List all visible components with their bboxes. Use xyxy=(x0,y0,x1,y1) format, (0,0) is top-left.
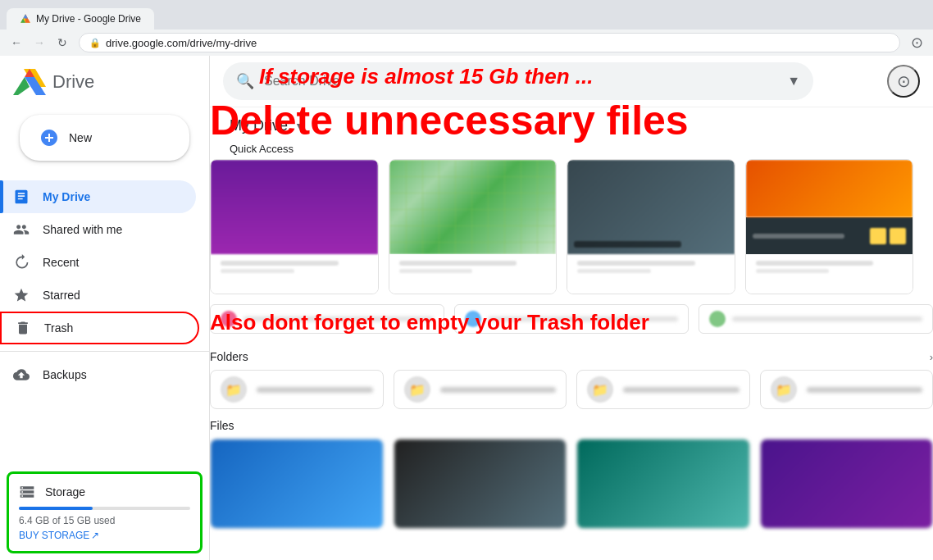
folders-section: Folders › 📁 📁 📁 📁 xyxy=(210,347,933,416)
search-bar[interactable]: 🔍 ▼ xyxy=(223,62,813,100)
nav-item-wrapper-my-drive: My Drive xyxy=(0,180,209,213)
qa-card-2[interactable] xyxy=(389,159,558,294)
more-button[interactable]: › xyxy=(930,351,933,363)
back-button[interactable]: ← xyxy=(7,33,26,52)
account-button[interactable]: ⊙ xyxy=(907,33,926,52)
qa-preview-3 xyxy=(567,160,735,254)
folder-item-4[interactable]: 📁 xyxy=(760,370,934,409)
recent-item-3[interactable] xyxy=(699,304,933,334)
storage-bar-bg xyxy=(19,507,190,510)
search-dropdown-arrow[interactable]: ▼ xyxy=(787,74,800,89)
sidebar-item-trash[interactable]: Trash xyxy=(0,312,199,344)
title-dropdown-arrow[interactable]: ▼ xyxy=(294,120,306,133)
qa-footer-2 xyxy=(389,254,557,294)
backups-label: Backups xyxy=(43,368,87,381)
sidebar: Drive New My Drive Shared with me Rece xyxy=(0,56,210,560)
main-content: 🔍 ▼ ⊙ My Drive ▼ Quick Access xyxy=(210,56,933,560)
search-area: 🔍 ▼ ⊙ xyxy=(210,56,933,107)
settings-button[interactable]: ⊙ xyxy=(887,65,920,98)
qa-preview-2 xyxy=(389,160,557,254)
starred-icon xyxy=(13,287,30,303)
sidebar-item-backups[interactable]: Backups xyxy=(0,358,209,391)
browser-toolbar: ← → ↻ 🔒 drive.google.com/drive/my-drive … xyxy=(0,30,933,56)
storage-header: Storage xyxy=(19,484,190,500)
my-drive-label: My Drive xyxy=(43,190,90,203)
reload-button[interactable]: ↻ xyxy=(52,33,72,52)
plus-icon xyxy=(39,128,59,148)
tab-title: My Drive - Google Drive xyxy=(36,13,141,25)
url-text: drive.google.com/drive/my-drive xyxy=(106,37,890,49)
starred-label: Starred xyxy=(43,289,80,302)
storage-label: Storage xyxy=(45,485,85,499)
sidebar-item-my-drive[interactable]: My Drive xyxy=(0,180,196,213)
storage-section: Storage 6.4 GB of 15 GB used BUY STORAGE… xyxy=(7,471,203,553)
my-drive-icon xyxy=(13,189,30,205)
recent-label: Recent xyxy=(43,256,79,269)
qa-footer-4 xyxy=(746,254,913,294)
logo-area: Drive xyxy=(0,62,209,108)
browser-chrome: My Drive - Google Drive ← → ↻ 🔒 drive.go… xyxy=(0,0,933,56)
trash-icon xyxy=(15,320,31,336)
app-container: Drive New My Drive Shared with me Rece xyxy=(0,56,933,560)
qa-card-4[interactable] xyxy=(745,159,914,294)
file-thumb-1[interactable] xyxy=(210,439,384,529)
sidebar-divider xyxy=(0,351,209,352)
folders-title: Folders xyxy=(210,350,248,363)
qa-preview-4 xyxy=(746,160,913,217)
quick-access-label: Quick Access xyxy=(210,138,933,159)
new-button[interactable]: New xyxy=(20,115,189,161)
qa-card-3[interactable] xyxy=(567,159,735,294)
external-link-icon: ↗ xyxy=(91,530,99,541)
storage-used-text: 6.4 GB of 15 GB used xyxy=(19,515,190,526)
recent-items-row xyxy=(210,301,933,337)
sidebar-item-recent[interactable]: Recent xyxy=(0,246,196,279)
drive-logo-text: Drive xyxy=(52,71,94,93)
recent-item-1[interactable] xyxy=(210,304,444,334)
file-thumb-3[interactable] xyxy=(576,439,750,529)
file-thumb-4[interactable] xyxy=(760,439,934,529)
qa-middle-4 xyxy=(746,217,913,254)
recent-icon xyxy=(13,254,30,271)
shared-label: Shared with me xyxy=(43,223,122,236)
header-right: ⊙ xyxy=(887,65,920,98)
search-input[interactable] xyxy=(264,74,777,89)
lock-icon: 🔒 xyxy=(89,38,101,48)
browser-tabs: My Drive - Google Drive xyxy=(0,0,933,30)
files-section: Files xyxy=(210,416,933,535)
tab-favicon xyxy=(20,13,31,25)
svg-marker-3 xyxy=(23,14,28,18)
folders-row: 📁 📁 📁 📁 xyxy=(210,370,933,409)
buy-storage-link[interactable]: BUY STORAGE ↗ xyxy=(19,530,190,541)
folder-item-2[interactable]: 📁 xyxy=(394,370,567,409)
buy-storage-label: BUY STORAGE xyxy=(19,530,89,541)
address-bar[interactable]: 🔒 drive.google.com/drive/my-drive xyxy=(79,33,900,52)
quick-access-cards xyxy=(210,159,913,294)
folder-item-1[interactable]: 📁 xyxy=(210,370,384,409)
drive-logo-icon xyxy=(13,69,46,95)
files-title: Files xyxy=(210,419,933,432)
qa-card-1[interactable] xyxy=(210,159,379,294)
qa-footer-3 xyxy=(567,254,735,294)
page-title: My Drive xyxy=(230,117,288,134)
forward-button[interactable]: → xyxy=(30,33,49,52)
folder-item-3[interactable]: 📁 xyxy=(576,370,750,409)
sidebar-item-shared-with-me[interactable]: Shared with me xyxy=(0,213,196,246)
shared-icon xyxy=(13,221,30,238)
qa-preview-1 xyxy=(211,160,378,254)
storage-icon xyxy=(19,484,35,500)
file-thumb-2[interactable] xyxy=(394,439,567,529)
backups-icon xyxy=(13,367,30,383)
active-tab[interactable]: My Drive - Google Drive xyxy=(7,8,154,30)
new-button-label: New xyxy=(69,131,92,144)
recent-item-2[interactable] xyxy=(454,304,689,334)
trash-label: Trash xyxy=(44,321,73,335)
storage-bar-fill xyxy=(19,507,93,510)
quick-access-title: Quick Access xyxy=(230,143,294,155)
sidebar-item-starred[interactable]: Starred xyxy=(0,279,196,312)
search-icon: 🔍 xyxy=(236,72,254,90)
my-drive-header: My Drive ▼ xyxy=(210,107,933,138)
files-row xyxy=(210,439,933,529)
qa-footer-1 xyxy=(211,254,378,294)
